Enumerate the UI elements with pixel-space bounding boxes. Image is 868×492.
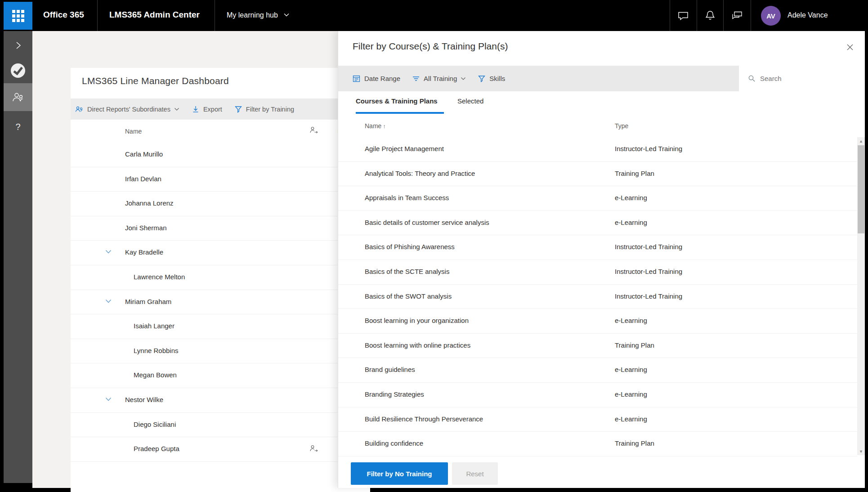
topbar-divider: [751, 0, 751, 31]
row-name: Miriam Graham: [125, 298, 171, 305]
scrollbar[interactable]: ▲ ▼: [857, 137, 865, 455]
reports-table-body: Carla Murillo10Irfan Devlan10Johanna Lor…: [71, 143, 370, 462]
course-row[interactable]: Basics of the SWOT analysisInstructor-Le…: [338, 285, 857, 309]
table-row[interactable]: Diego Siciliani7: [71, 413, 370, 438]
collapse-chevron-icon[interactable]: [105, 397, 112, 402]
course-name: Basics of the SCTE analysis: [365, 268, 449, 275]
table-row[interactable]: Lawrence Melton0: [71, 265, 370, 290]
course-row[interactable]: Branding Strategiese-Learning: [338, 383, 857, 407]
filter-by-no-training-button[interactable]: Filter by No Training: [351, 462, 448, 485]
my-learning-hub-menu[interactable]: My learning hub: [227, 11, 290, 19]
course-row[interactable]: Brand guidelinese-Learning: [338, 358, 857, 383]
admin-center-title[interactable]: LMS365 Admin Center: [109, 10, 200, 20]
course-row[interactable]: Building confidenceTraining Plan: [338, 432, 857, 456]
chat-button[interactable]: [670, 0, 697, 31]
training-type-label: All Training: [424, 75, 457, 82]
course-row[interactable]: Basics of Phishing AwarenessInstructor-L…: [338, 235, 857, 260]
app-window: Office 365 LMS365 Admin Center My learni…: [0, 0, 868, 492]
course-type: Instructor-Led Training: [615, 268, 682, 275]
rail-help-button[interactable]: ?: [4, 114, 32, 139]
calendar-icon: [352, 74, 361, 83]
reset-button[interactable]: Reset: [452, 462, 498, 485]
course-type: e-Learning: [615, 415, 647, 423]
page-title: LMS365 Line Manager Dashboard: [82, 76, 229, 86]
tab-selected[interactable]: Selected: [457, 97, 483, 105]
top-bar: Office 365 LMS365 Admin Center My learni…: [0, 0, 868, 31]
row-name: Johanna Lorenz: [125, 199, 174, 207]
scope-dropdown[interactable]: Direct Reports' Subordinates: [75, 105, 179, 113]
row-name: Carla Murillo: [125, 150, 163, 158]
course-type: Training Plan: [615, 170, 654, 177]
name-column-header[interactable]: Name↑: [365, 122, 386, 130]
table-row[interactable]: Joni Sherman4: [71, 216, 370, 241]
type-column-header[interactable]: Type: [615, 122, 628, 130]
table-row[interactable]: Isaiah Langer6: [71, 314, 370, 339]
course-name: Branding Strategies: [365, 390, 424, 398]
row-name: Megan Bowen: [134, 371, 177, 379]
table-row[interactable]: Irfan Devlan10: [71, 167, 370, 192]
course-type: Training Plan: [615, 439, 654, 447]
bell-icon: [705, 10, 716, 22]
course-row[interactable]: Agile Project ManagementInstructor-Led T…: [338, 137, 857, 162]
avatar[interactable]: AV: [761, 6, 781, 26]
course-row[interactable]: Build Resilience Through Perseverancee-L…: [338, 407, 857, 432]
course-name: Basics of Phishing Awareness: [365, 243, 455, 250]
search-input[interactable]: Search: [739, 66, 865, 91]
filter-by-training-button[interactable]: Filter by Training: [234, 105, 294, 113]
scrollbar-thumb[interactable]: [858, 145, 864, 233]
course-type: e-Learning: [615, 366, 647, 373]
course-row[interactable]: Appraisals in Team Successe-Learning: [338, 186, 857, 211]
person-arrow-icon[interactable]: [309, 126, 319, 134]
table-row[interactable]: Megan Bowen1: [71, 363, 370, 388]
table-row[interactable]: Carla Murillo10: [71, 143, 370, 167]
table-row[interactable]: Lynne Robbins2: [71, 339, 370, 364]
course-name: Appraisals in Team Success: [365, 194, 449, 201]
course-row[interactable]: Basics of the SCTE analysisInstructor-Le…: [338, 260, 857, 285]
scroll-up-arrow[interactable]: ▲: [857, 137, 865, 145]
table-row[interactable]: Nestor Wilke0: [71, 388, 370, 413]
tab-courses-training-plans[interactable]: Courses & Training Plans: [356, 97, 438, 105]
user-name[interactable]: Adele Vance: [787, 11, 828, 19]
course-row[interactable]: Analytical Tools: Theory and PracticeTra…: [338, 162, 857, 187]
row-name: Lawrence Melton: [134, 273, 185, 281]
office365-brand[interactable]: Office 365: [43, 10, 84, 20]
course-row[interactable]: Basic details of customer service analys…: [338, 211, 857, 236]
person-arrow-icon[interactable]: [309, 444, 319, 452]
row-name: Joni Sherman: [125, 224, 167, 232]
rail-lms365-logo[interactable]: [4, 58, 32, 83]
skills-button[interactable]: Skills: [478, 75, 505, 83]
search-icon: [748, 75, 756, 82]
table-row[interactable]: Johanna Lorenz0: [71, 192, 370, 216]
feedback-button[interactable]: [723, 0, 750, 31]
course-row[interactable]: Boost learning with online practicesTrai…: [338, 334, 857, 358]
course-name: Basic details of customer service analys…: [365, 219, 489, 226]
notifications-button[interactable]: [697, 0, 724, 31]
chevron-down-icon: [174, 107, 179, 111]
row-name: Nestor Wilke: [125, 396, 163, 403]
app-launcher-button[interactable]: [4, 2, 32, 30]
date-range-button[interactable]: Date Range: [352, 74, 400, 83]
table-row[interactable]: Pradeep Gupta: [71, 437, 370, 462]
scroll-down-arrow[interactable]: ▼: [857, 447, 865, 455]
close-button[interactable]: [843, 40, 857, 54]
name-header-label: Name: [365, 122, 381, 130]
funnel-icon: [234, 105, 242, 113]
chevron-down-icon: [461, 77, 466, 81]
filter-by-training-label: Filter by Training: [246, 106, 294, 113]
export-label: Export: [203, 106, 222, 113]
table-row[interactable]: Kay Bradelle2: [71, 241, 370, 265]
avatar-initials: AV: [766, 12, 775, 20]
row-name: Lynne Robbins: [134, 347, 179, 354]
row-name: Kay Bradelle: [125, 248, 163, 256]
name-column-header[interactable]: Name: [125, 128, 142, 135]
table-row[interactable]: Miriam Graham7: [71, 290, 370, 315]
rail-expand-button[interactable]: [4, 33, 32, 58]
collapse-chevron-icon[interactable]: [105, 249, 112, 255]
training-type-dropdown[interactable]: All Training: [412, 75, 466, 82]
export-button[interactable]: Export: [192, 105, 222, 113]
lms365-logo-icon: [9, 62, 27, 79]
collapse-chevron-icon[interactable]: [105, 299, 112, 304]
rail-dashboard-button[interactable]: [4, 83, 32, 111]
course-name: Analytical Tools: Theory and Practice: [365, 170, 475, 177]
course-row[interactable]: Boost learning in your organizatione-Lea…: [338, 309, 857, 334]
